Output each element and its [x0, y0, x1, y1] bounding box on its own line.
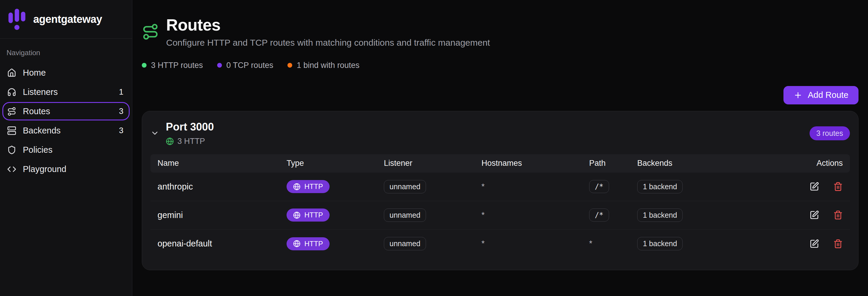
- sidebar-item-playground[interactable]: Playground: [2, 160, 130, 178]
- edit-route-button[interactable]: [810, 239, 819, 249]
- type-badge: HTTP: [286, 237, 330, 250]
- backends-badge: 1 backend: [637, 180, 683, 193]
- port-group-title: Port 3000: [166, 121, 214, 133]
- stat-binds: 1 bind with routes: [287, 61, 360, 70]
- table-row: anthropic HTTP unnamed * /* 1 backend: [150, 173, 850, 201]
- sidebar-item-routes[interactable]: Routes 3: [2, 102, 130, 121]
- sidebar: agentgateway Navigation Home Listeners 1…: [0, 0, 132, 296]
- page-title: Routes: [166, 16, 490, 34]
- stat-tcp-routes: 0 TCP routes: [217, 61, 273, 70]
- column-header-name: Name: [157, 159, 286, 168]
- table-row: openai-default HTTP unnamed * * 1 backen…: [150, 230, 850, 258]
- table-row: gemini HTTP unnamed * /* 1 backend: [150, 201, 850, 230]
- path-value: *: [589, 239, 637, 248]
- column-header-backends: Backends: [637, 159, 801, 168]
- delete-route-button[interactable]: [833, 210, 843, 220]
- port-group-header: Port 3000 3 HTTP 3 routes: [150, 121, 850, 146]
- type-label: HTTP: [304, 240, 323, 248]
- sidebar-item-label: Listeners: [23, 87, 58, 97]
- listener-badge: unnamed: [384, 237, 426, 250]
- delete-route-button[interactable]: [833, 239, 843, 249]
- app-logo[interactable]: agentgateway: [0, 0, 132, 38]
- column-header-hostnames: Hostnames: [482, 159, 589, 168]
- sidebar-item-listeners[interactable]: Listeners 1: [2, 83, 130, 101]
- collapse-toggle-button[interactable]: [150, 129, 159, 138]
- column-header-listener: Listener: [384, 159, 482, 168]
- listener-badge: unnamed: [384, 180, 426, 193]
- globe-icon: [293, 211, 301, 219]
- path-badge: /*: [589, 180, 609, 193]
- port-group-subtitle: 3 HTTP: [166, 137, 214, 146]
- hostnames-value: *: [482, 210, 589, 220]
- backends-badge: 1 backend: [637, 237, 683, 250]
- column-header-path: Path: [589, 159, 637, 168]
- sidebar-item-home[interactable]: Home: [2, 63, 130, 82]
- sidebar-item-count: 3: [119, 126, 123, 135]
- trash-icon: [833, 239, 843, 249]
- stat-label: 0 TCP routes: [226, 61, 273, 70]
- sidebar-item-label: Routes: [23, 106, 50, 116]
- code-icon: [7, 165, 16, 174]
- route-name: gemini: [157, 210, 286, 220]
- edit-pen-icon: [810, 182, 819, 191]
- edit-pen-icon: [810, 239, 819, 249]
- hostnames-value: *: [482, 239, 589, 248]
- trash-icon: [833, 182, 843, 191]
- path-badge: /*: [589, 208, 609, 222]
- globe-icon: [293, 183, 301, 190]
- type-badge: HTTP: [286, 208, 330, 222]
- type-badge: HTTP: [286, 180, 330, 193]
- route-icon: [7, 107, 16, 116]
- stat-label: 1 bind with routes: [297, 61, 360, 70]
- edit-route-button[interactable]: [810, 182, 819, 191]
- sidebar-item-policies[interactable]: Policies: [2, 140, 130, 159]
- app-name: agentgateway: [33, 13, 102, 26]
- hostnames-value: *: [482, 182, 589, 191]
- add-route-button[interactable]: Add Route: [783, 86, 859, 104]
- routes-count-badge: 3 routes: [810, 126, 850, 140]
- sidebar-item-label: Backends: [23, 126, 61, 136]
- globe-icon: [166, 137, 174, 145]
- route-name: anthropic: [157, 182, 286, 192]
- sidebar-item-label: Policies: [23, 145, 53, 155]
- agentgateway-logo-icon: [8, 8, 26, 30]
- stat-http-routes: 3 HTTP routes: [142, 61, 203, 70]
- sidebar-nav: Navigation Home Listeners 1 Routes 3 Bac…: [0, 38, 132, 185]
- chevron-down-icon: [150, 129, 159, 138]
- sidebar-item-backends[interactable]: Backends 3: [2, 121, 130, 140]
- sidebar-item-count: 1: [119, 88, 123, 97]
- column-header-type: Type: [286, 159, 384, 168]
- route-icon: [142, 23, 159, 40]
- type-label: HTTP: [304, 183, 323, 191]
- main-content: Routes Configure HTTP and TCP routes wit…: [132, 0, 868, 296]
- column-header-actions: Actions: [801, 159, 843, 168]
- orange-dot-icon: [287, 63, 292, 68]
- toolbar: Add Route: [142, 86, 859, 104]
- shield-icon: [7, 145, 16, 155]
- plus-icon: [794, 91, 802, 100]
- sidebar-item-label: Home: [23, 68, 46, 78]
- page-subtitle: Configure HTTP and TCP routes with match…: [166, 38, 490, 48]
- home-icon: [7, 68, 16, 77]
- delete-route-button[interactable]: [833, 182, 843, 191]
- purple-dot-icon: [217, 63, 222, 68]
- route-stats: 3 HTTP routes 0 TCP routes 1 bind with r…: [142, 61, 859, 70]
- trash-icon: [833, 210, 843, 220]
- stat-label: 3 HTTP routes: [151, 61, 203, 70]
- nav-section-label: Navigation: [6, 48, 130, 57]
- edit-route-button[interactable]: [810, 210, 819, 220]
- table-header-row: Name Type Listener Hostnames Path Backen…: [150, 154, 850, 173]
- route-name: openai-default: [157, 239, 286, 249]
- port-group-card: Port 3000 3 HTTP 3 routes Name Type List…: [142, 111, 859, 270]
- green-dot-icon: [142, 63, 147, 68]
- edit-pen-icon: [810, 210, 819, 220]
- backends-badge: 1 backend: [637, 208, 683, 222]
- add-route-label: Add Route: [808, 90, 848, 100]
- sidebar-item-label: Playground: [23, 164, 66, 174]
- routes-table: Name Type Listener Hostnames Path Backen…: [150, 154, 850, 258]
- type-label: HTTP: [304, 211, 323, 219]
- headphones-icon: [7, 88, 16, 97]
- server-icon: [7, 126, 16, 135]
- listener-badge: unnamed: [384, 208, 426, 222]
- http-count-label: 3 HTTP: [177, 137, 205, 146]
